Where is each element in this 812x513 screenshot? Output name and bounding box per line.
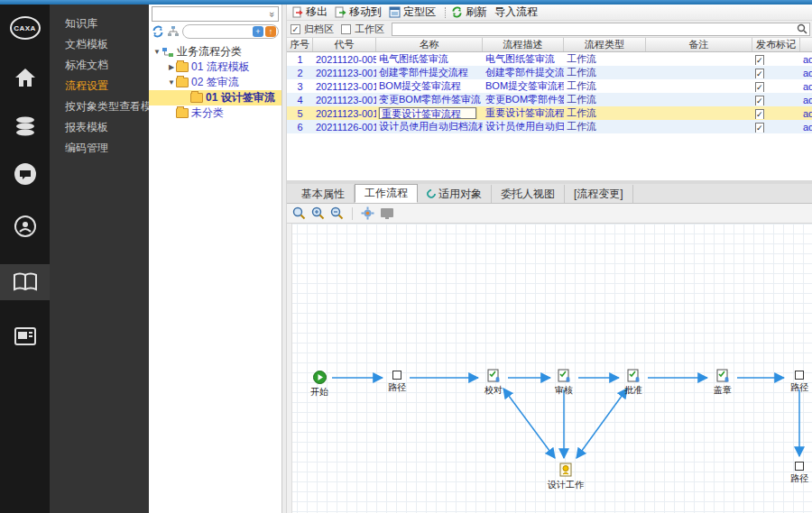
caxa-logo[interactable]: CAXA	[0, 10, 50, 46]
tree-item-01 设计签审流[interactable]: 01 设计签审流	[149, 90, 281, 105]
published-checkbox[interactable]: ✓	[755, 55, 764, 65]
flow-category-icon	[161, 47, 174, 58]
column-header-序号[interactable]: 序号	[287, 38, 313, 51]
tree-item-未分类[interactable]: 未分类	[149, 105, 281, 121]
tree-expanded-arrow-icon[interactable]: ▼	[167, 78, 176, 87]
tab-委托人视图[interactable]: 委托人视图	[492, 185, 565, 203]
tree-filter-input[interactable]: + ↑	[182, 24, 279, 39]
settings-gear-icon[interactable]	[361, 206, 374, 220]
column-header-名称[interactable]: 名称	[376, 38, 483, 51]
workflow-node-start[interactable]: 开始	[292, 371, 346, 398]
diagram-toolbar	[287, 204, 812, 224]
table-row[interactable]: 120211120-005电气图纸签审流电气图纸签审流工作流✓admin	[287, 52, 812, 66]
activity-node-icon[interactable]	[716, 369, 730, 382]
column-header-创建人[interactable]: 创建人	[800, 38, 812, 51]
activity-node-icon[interactable]	[487, 369, 501, 382]
workflow-node-stamp[interactable]: 盖章	[696, 369, 750, 397]
category-tree: ▼业务流程分类▶01 流程模板▼02 签审流01 设计签审流未分类	[149, 41, 281, 121]
node-label: 路径	[790, 472, 808, 485]
support-icon[interactable]	[0, 208, 50, 244]
table-row[interactable]: 420211123-001变更BOM零部件签审流变更BOM零部件签...工作流✓…	[287, 93, 812, 106]
sidebar-menu: 知识库文档模板标准文档流程设置按对象类型查看模板报表模板编码管理	[50, 5, 149, 513]
tab-工作流程[interactable]: 工作流程	[355, 184, 418, 203]
sidebar-item-标准文档[interactable]: 标准文档	[50, 55, 149, 76]
column-header-备注[interactable]: 备注	[646, 38, 752, 51]
monitor-icon[interactable]	[380, 207, 394, 220]
search-icon[interactable]	[797, 23, 807, 34]
cell-type: 工作流	[564, 66, 646, 79]
zoom-out-icon[interactable]	[330, 206, 344, 220]
sidebar-item-按对象类型查看模板[interactable]: 按对象类型查看模板	[50, 96, 149, 117]
chat-icon[interactable]	[0, 156, 50, 192]
published-checkbox[interactable]: ✓	[755, 109, 764, 119]
task-node-icon[interactable]	[559, 463, 572, 477]
sidebar-item-流程设置[interactable]: 流程设置	[50, 76, 149, 96]
table-row[interactable]: 520211123-001重要设计签审流程重要设计签审流程工作流✓admin	[287, 106, 812, 120]
column-header-代号[interactable]: 代号	[313, 38, 376, 51]
route-node-icon[interactable]	[392, 371, 401, 380]
table-row[interactable]: 620211126-001设计员使用自动归档流程设计员使用自动归档...工作流✓…	[287, 120, 812, 133]
tab-流程变更[interactable]: [流程变更]	[565, 185, 633, 203]
activity-node-icon[interactable]	[558, 369, 571, 382]
column-header-发布标记[interactable]: 发布标记	[752, 38, 800, 51]
tree-item-01 流程模板[interactable]: ▶01 流程模板	[149, 60, 281, 75]
toolbar-button-定型区[interactable]: 定型区	[387, 5, 441, 20]
toolbar-button-移动到[interactable]: 移动到	[333, 5, 387, 20]
archive-area-checkbox[interactable]: ✓	[291, 24, 300, 34]
activity-node-icon[interactable]	[627, 369, 641, 382]
published-checkbox[interactable]: ✓	[755, 96, 764, 105]
name-edit-input[interactable]: 重要设计签审流程	[379, 107, 476, 119]
sidebar-item-知识库[interactable]: 知识库	[50, 14, 149, 34]
work-area-checkbox[interactable]	[341, 24, 351, 34]
filter-locate-icon[interactable]: ↑	[265, 26, 276, 37]
filter-next-icon[interactable]: +	[253, 26, 263, 37]
workflow-node-approve[interactable]: 批准	[606, 369, 660, 397]
tab-适用对象[interactable]: 适用对象	[418, 185, 492, 203]
move-to-icon	[335, 6, 346, 18]
tree-item-业务流程分类[interactable]: ▼业务流程分类	[149, 44, 281, 60]
database-icon[interactable]	[0, 108, 50, 144]
route-node-icon[interactable]	[795, 371, 804, 380]
tree-combo-select[interactable]: »	[152, 6, 279, 22]
cell-type: 工作流	[564, 52, 646, 66]
tree-item-02 签审流[interactable]: ▼02 签审流	[149, 75, 281, 90]
tree-expanded-arrow-icon[interactable]: ▼	[152, 48, 161, 56]
sidebar-item-报表模板[interactable]: 报表模板	[50, 117, 149, 138]
video-icon[interactable]	[0, 318, 50, 354]
workflow-node-route3[interactable]: 路径	[772, 462, 812, 485]
cell-creator: admin	[800, 122, 812, 133]
sidebar-item-文档模板[interactable]: 文档模板	[50, 34, 149, 55]
published-checkbox[interactable]: ✓	[755, 82, 764, 92]
workflow-node-route2[interactable]: 路径	[772, 371, 812, 394]
published-checkbox[interactable]: ✓	[755, 69, 764, 78]
tab-label: 基本属性	[301, 187, 345, 202]
toolbar-button-移出[interactable]: 移出	[290, 5, 333, 20]
workflow-node-check[interactable]: 校对	[466, 369, 521, 397]
cell-no: 6	[287, 122, 313, 133]
toolbar-button-导入流程[interactable]: 导入流程	[493, 5, 543, 20]
column-header-流程描述[interactable]: 流程描述	[483, 38, 564, 51]
route-node-icon[interactable]	[795, 462, 804, 471]
sidebar-item-编码管理[interactable]: 编码管理	[50, 138, 149, 159]
workflow-node-review[interactable]: 审核	[537, 369, 591, 397]
workflow-node-design[interactable]: 设计工作	[539, 463, 593, 491]
home-icon[interactable]	[0, 60, 50, 96]
node-label: 开始	[310, 386, 328, 398]
zoom-in-icon[interactable]	[311, 206, 325, 220]
tree-collapsed-arrow-icon[interactable]: ▶	[167, 63, 176, 71]
start-node-icon[interactable]	[313, 371, 327, 384]
zoom-icon[interactable]	[292, 206, 306, 220]
published-checkbox[interactable]: ✓	[755, 123, 764, 133]
tab-基本属性[interactable]: 基本属性	[292, 185, 355, 203]
workflow-diagram-canvas[interactable]: 开始路径校对审核批准盖章路径设计工作路径	[287, 224, 812, 513]
workflow-node-route1[interactable]: 路径	[370, 371, 424, 394]
org-structure-icon[interactable]	[167, 25, 180, 38]
book-icon[interactable]	[0, 264, 50, 300]
table-row[interactable]: 220211123-001创建零部件提交流程创建零部件提交流程工作流✓admin	[287, 66, 812, 79]
toolbar-button-刷新[interactable]: 刷新	[449, 5, 493, 20]
refresh-tree-icon[interactable]	[152, 25, 164, 38]
applicable-objects-icon	[425, 188, 438, 200]
table-row[interactable]: 320211123-001BOM提交签审流程BOM提交签审流程工作流✓admin	[287, 79, 812, 93]
search-input[interactable]	[392, 23, 810, 36]
column-header-流程类型[interactable]: 流程类型	[564, 38, 646, 51]
